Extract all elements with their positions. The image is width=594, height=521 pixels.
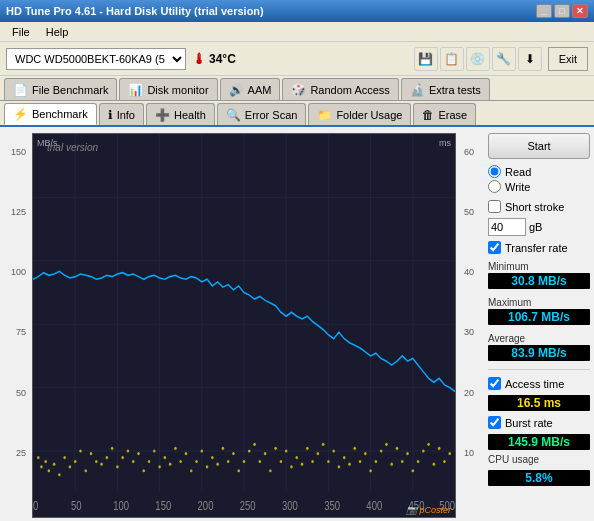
average-group: Average 83.9 MB/s: [488, 333, 590, 361]
write-radio[interactable]: [488, 180, 501, 193]
svg-point-92: [443, 460, 446, 463]
disk-monitor-icon: 📊: [128, 83, 143, 97]
read-radio-row: Read: [488, 165, 590, 178]
svg-point-83: [396, 447, 399, 450]
short-stroke-checkbox[interactable]: [488, 200, 501, 213]
svg-point-80: [380, 449, 383, 452]
access-time-checkbox[interactable]: [488, 377, 501, 390]
tab-disk-monitor[interactable]: 📊 Disk monitor: [119, 78, 217, 100]
maximum-value: 106.7 MB/s: [488, 309, 590, 325]
random-access-icon: 🎲: [291, 83, 306, 97]
svg-point-33: [132, 460, 135, 463]
write-radio-row: Write: [488, 180, 590, 193]
toolbar-btn-2[interactable]: 📋: [440, 47, 464, 71]
svg-point-57: [259, 460, 262, 463]
burst-rate-checkbox[interactable]: [488, 416, 501, 429]
maximize-button[interactable]: □: [554, 4, 570, 18]
toolbar-btn-5[interactable]: ⬇: [518, 47, 542, 71]
start-button[interactable]: Start: [488, 133, 590, 159]
svg-point-61: [280, 460, 283, 463]
svg-point-29: [111, 447, 114, 450]
svg-point-93: [448, 452, 451, 455]
toolbar-btn-1[interactable]: 💾: [414, 47, 438, 71]
svg-point-65: [301, 463, 304, 466]
erase-icon: 🗑: [422, 108, 434, 122]
svg-point-70: [327, 460, 330, 463]
exit-button[interactable]: Exit: [548, 47, 588, 71]
menu-help[interactable]: Help: [38, 24, 77, 40]
access-time-label: Access time: [505, 378, 564, 390]
svg-text:100: 100: [113, 499, 129, 512]
toolbar-btn-3[interactable]: 💿: [466, 47, 490, 71]
toolbar-btn-4[interactable]: 🔧: [492, 47, 516, 71]
transfer-rate-label: Transfer rate: [505, 242, 568, 254]
svg-point-43: [185, 452, 188, 455]
pcwaste-watermark: 📷 pCoster: [406, 505, 451, 515]
svg-point-60: [274, 447, 277, 450]
svg-point-84: [401, 460, 404, 463]
tab-benchmark[interactable]: ⚡ Benchmark: [4, 103, 97, 125]
tab-file-benchmark-label: File Benchmark: [32, 84, 108, 96]
transfer-rate-checkbox[interactable]: [488, 241, 501, 254]
svg-point-20: [63, 456, 66, 459]
tab-file-benchmark[interactable]: 📄 File Benchmark: [4, 78, 117, 100]
svg-point-56: [253, 443, 256, 446]
short-stroke-label: Short stroke: [505, 201, 564, 213]
tab-folder-usage-label: Folder Usage: [336, 109, 402, 121]
tab-aam[interactable]: 🔊 AAM: [220, 78, 281, 100]
svg-point-39: [164, 456, 167, 459]
tab-random-access[interactable]: 🎲 Random Access: [282, 78, 398, 100]
write-label: Write: [505, 181, 530, 193]
burst-rate-label: Burst rate: [505, 417, 553, 429]
svg-point-52: [232, 452, 235, 455]
temperature-value: 34°C: [209, 52, 236, 66]
toolbar: WDC WD5000BEKT-60KA9 (500 gB) 🌡 34°C 💾 📋…: [0, 42, 594, 76]
tab-erase[interactable]: 🗑 Erase: [413, 103, 476, 125]
svg-point-23: [79, 449, 82, 452]
drive-select-group: WDC WD5000BEKT-60KA9 (500 gB): [6, 48, 186, 70]
svg-point-47: [206, 465, 209, 468]
average-value: 83.9 MB/s: [488, 345, 590, 361]
svg-point-55: [248, 449, 251, 452]
short-stroke-row: Short stroke: [488, 200, 590, 213]
svg-point-63: [290, 465, 293, 468]
tab-info[interactable]: ℹ Info: [99, 103, 144, 125]
svg-point-79: [375, 460, 378, 463]
close-button[interactable]: ✕: [572, 4, 588, 18]
y-label-ms: ms: [439, 138, 451, 148]
tab-extra-tests-label: Extra tests: [429, 84, 481, 96]
svg-point-89: [427, 443, 430, 446]
svg-point-34: [137, 452, 140, 455]
svg-text:0: 0: [33, 499, 38, 512]
tab-info-label: Info: [117, 109, 135, 121]
temperature-display: 🌡 34°C: [192, 51, 236, 67]
tab-error-scan[interactable]: 🔍 Error Scan: [217, 103, 307, 125]
svg-point-48: [211, 456, 214, 459]
read-radio[interactable]: [488, 165, 501, 178]
svg-point-17: [48, 469, 51, 472]
chart-area: MB/s ms trial version: [32, 133, 456, 518]
tabs-row1: 📄 File Benchmark 📊 Disk monitor 🔊 AAM 🎲 …: [0, 76, 594, 101]
svg-point-86: [412, 469, 415, 472]
tab-extra-tests[interactable]: 🔬 Extra tests: [401, 78, 490, 100]
benchmark-icon: ⚡: [13, 107, 28, 121]
window-title: HD Tune Pro 4.61 - Hard Disk Utility (tr…: [6, 5, 264, 17]
burst-rate-checkbox-row: Burst rate: [488, 416, 590, 429]
tab-health-label: Health: [174, 109, 206, 121]
burst-rate-value: 145.9 MB/s: [488, 434, 590, 450]
menu-file[interactable]: File: [4, 24, 38, 40]
svg-point-74: [348, 463, 351, 466]
window-controls: _ □ ✕: [536, 4, 588, 18]
svg-point-72: [338, 465, 341, 468]
gb-spinbox[interactable]: [488, 218, 526, 236]
title-bar: HD Tune Pro 4.61 - Hard Disk Utility (tr…: [0, 0, 594, 22]
svg-point-88: [422, 449, 425, 452]
tab-health[interactable]: ➕ Health: [146, 103, 215, 125]
tab-aam-label: AAM: [248, 84, 272, 96]
tab-folder-usage[interactable]: 📁 Folder Usage: [308, 103, 411, 125]
svg-point-77: [364, 452, 367, 455]
section-divider: [488, 369, 590, 370]
svg-point-22: [74, 460, 77, 463]
drive-dropdown[interactable]: WDC WD5000BEKT-60KA9 (500 gB): [6, 48, 186, 70]
minimize-button[interactable]: _: [536, 4, 552, 18]
